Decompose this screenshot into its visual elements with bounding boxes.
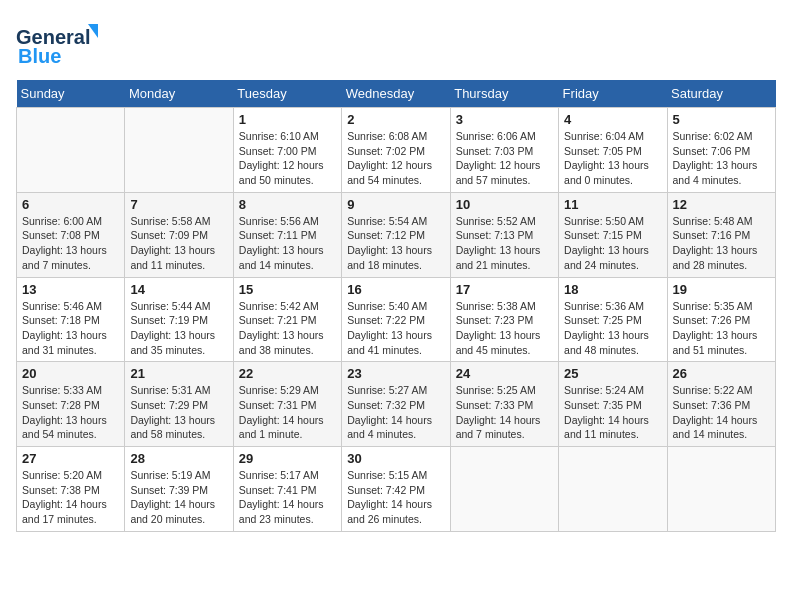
day-number: 9 [347,197,444,212]
day-number: 27 [22,451,119,466]
calendar-cell: 21Sunrise: 5:31 AM Sunset: 7:29 PM Dayli… [125,362,233,447]
day-number: 17 [456,282,553,297]
day-detail: Sunrise: 5:38 AM Sunset: 7:23 PM Dayligh… [456,299,553,358]
day-detail: Sunrise: 6:08 AM Sunset: 7:02 PM Dayligh… [347,129,444,188]
day-header-monday: Monday [125,80,233,108]
day-number: 15 [239,282,336,297]
day-number: 8 [239,197,336,212]
day-detail: Sunrise: 6:04 AM Sunset: 7:05 PM Dayligh… [564,129,661,188]
calendar-cell: 8Sunrise: 5:56 AM Sunset: 7:11 PM Daylig… [233,192,341,277]
calendar-week-2: 6Sunrise: 6:00 AM Sunset: 7:08 PM Daylig… [17,192,776,277]
day-detail: Sunrise: 5:46 AM Sunset: 7:18 PM Dayligh… [22,299,119,358]
calendar-week-5: 27Sunrise: 5:20 AM Sunset: 7:38 PM Dayli… [17,447,776,532]
svg-text:General: General [16,26,90,48]
calendar-cell [667,447,775,532]
day-number: 13 [22,282,119,297]
day-detail: Sunrise: 5:20 AM Sunset: 7:38 PM Dayligh… [22,468,119,527]
day-detail: Sunrise: 6:10 AM Sunset: 7:00 PM Dayligh… [239,129,336,188]
calendar-cell [559,447,667,532]
day-detail: Sunrise: 5:54 AM Sunset: 7:12 PM Dayligh… [347,214,444,273]
calendar-cell [450,447,558,532]
day-number: 30 [347,451,444,466]
day-detail: Sunrise: 5:44 AM Sunset: 7:19 PM Dayligh… [130,299,227,358]
calendar-cell: 1Sunrise: 6:10 AM Sunset: 7:00 PM Daylig… [233,108,341,193]
day-detail: Sunrise: 5:48 AM Sunset: 7:16 PM Dayligh… [673,214,770,273]
day-detail: Sunrise: 5:29 AM Sunset: 7:31 PM Dayligh… [239,383,336,442]
day-detail: Sunrise: 5:27 AM Sunset: 7:32 PM Dayligh… [347,383,444,442]
day-number: 25 [564,366,661,381]
logo: General Blue [16,16,106,72]
day-header-sunday: Sunday [17,80,125,108]
day-detail: Sunrise: 5:31 AM Sunset: 7:29 PM Dayligh… [130,383,227,442]
page-header: General Blue [16,16,776,72]
day-number: 24 [456,366,553,381]
calendar-cell: 9Sunrise: 5:54 AM Sunset: 7:12 PM Daylig… [342,192,450,277]
day-header-saturday: Saturday [667,80,775,108]
calendar-cell: 2Sunrise: 6:08 AM Sunset: 7:02 PM Daylig… [342,108,450,193]
day-number: 19 [673,282,770,297]
calendar-week-3: 13Sunrise: 5:46 AM Sunset: 7:18 PM Dayli… [17,277,776,362]
day-number: 21 [130,366,227,381]
day-number: 5 [673,112,770,127]
calendar-cell: 22Sunrise: 5:29 AM Sunset: 7:31 PM Dayli… [233,362,341,447]
calendar-table: SundayMondayTuesdayWednesdayThursdayFrid… [16,80,776,532]
calendar-cell: 30Sunrise: 5:15 AM Sunset: 7:42 PM Dayli… [342,447,450,532]
calendar-cell: 7Sunrise: 5:58 AM Sunset: 7:09 PM Daylig… [125,192,233,277]
day-number: 3 [456,112,553,127]
svg-text:Blue: Blue [18,48,61,67]
day-number: 12 [673,197,770,212]
day-number: 4 [564,112,661,127]
day-number: 14 [130,282,227,297]
day-number: 11 [564,197,661,212]
calendar-cell: 28Sunrise: 5:19 AM Sunset: 7:39 PM Dayli… [125,447,233,532]
day-header-friday: Friday [559,80,667,108]
calendar-cell: 18Sunrise: 5:36 AM Sunset: 7:25 PM Dayli… [559,277,667,362]
day-header-thursday: Thursday [450,80,558,108]
day-number: 29 [239,451,336,466]
day-number: 16 [347,282,444,297]
calendar-body: 1Sunrise: 6:10 AM Sunset: 7:00 PM Daylig… [17,108,776,532]
day-number: 20 [22,366,119,381]
calendar-header-row: SundayMondayTuesdayWednesdayThursdayFrid… [17,80,776,108]
day-number: 2 [347,112,444,127]
day-header-wednesday: Wednesday [342,80,450,108]
day-detail: Sunrise: 5:33 AM Sunset: 7:28 PM Dayligh… [22,383,119,442]
calendar-week-4: 20Sunrise: 5:33 AM Sunset: 7:28 PM Dayli… [17,362,776,447]
day-detail: Sunrise: 5:24 AM Sunset: 7:35 PM Dayligh… [564,383,661,442]
day-number: 26 [673,366,770,381]
calendar-cell: 25Sunrise: 5:24 AM Sunset: 7:35 PM Dayli… [559,362,667,447]
day-detail: Sunrise: 5:40 AM Sunset: 7:22 PM Dayligh… [347,299,444,358]
calendar-cell [125,108,233,193]
day-number: 28 [130,451,227,466]
day-number: 22 [239,366,336,381]
calendar-cell: 27Sunrise: 5:20 AM Sunset: 7:38 PM Dayli… [17,447,125,532]
day-detail: Sunrise: 5:52 AM Sunset: 7:13 PM Dayligh… [456,214,553,273]
calendar-cell: 5Sunrise: 6:02 AM Sunset: 7:06 PM Daylig… [667,108,775,193]
day-detail: Sunrise: 5:22 AM Sunset: 7:36 PM Dayligh… [673,383,770,442]
calendar-cell: 14Sunrise: 5:44 AM Sunset: 7:19 PM Dayli… [125,277,233,362]
calendar-cell: 6Sunrise: 6:00 AM Sunset: 7:08 PM Daylig… [17,192,125,277]
day-detail: Sunrise: 5:35 AM Sunset: 7:26 PM Dayligh… [673,299,770,358]
calendar-cell: 4Sunrise: 6:04 AM Sunset: 7:05 PM Daylig… [559,108,667,193]
calendar-cell: 15Sunrise: 5:42 AM Sunset: 7:21 PM Dayli… [233,277,341,362]
calendar-cell: 19Sunrise: 5:35 AM Sunset: 7:26 PM Dayli… [667,277,775,362]
day-header-tuesday: Tuesday [233,80,341,108]
day-detail: Sunrise: 5:56 AM Sunset: 7:11 PM Dayligh… [239,214,336,273]
calendar-cell: 12Sunrise: 5:48 AM Sunset: 7:16 PM Dayli… [667,192,775,277]
day-number: 23 [347,366,444,381]
day-number: 10 [456,197,553,212]
calendar-cell: 17Sunrise: 5:38 AM Sunset: 7:23 PM Dayli… [450,277,558,362]
calendar-cell: 24Sunrise: 5:25 AM Sunset: 7:33 PM Dayli… [450,362,558,447]
calendar-cell: 3Sunrise: 6:06 AM Sunset: 7:03 PM Daylig… [450,108,558,193]
calendar-cell [17,108,125,193]
day-detail: Sunrise: 5:36 AM Sunset: 7:25 PM Dayligh… [564,299,661,358]
day-detail: Sunrise: 5:25 AM Sunset: 7:33 PM Dayligh… [456,383,553,442]
day-detail: Sunrise: 6:02 AM Sunset: 7:06 PM Dayligh… [673,129,770,188]
calendar-cell: 23Sunrise: 5:27 AM Sunset: 7:32 PM Dayli… [342,362,450,447]
calendar-cell: 10Sunrise: 5:52 AM Sunset: 7:13 PM Dayli… [450,192,558,277]
calendar-cell: 11Sunrise: 5:50 AM Sunset: 7:15 PM Dayli… [559,192,667,277]
day-detail: Sunrise: 6:00 AM Sunset: 7:08 PM Dayligh… [22,214,119,273]
day-detail: Sunrise: 5:50 AM Sunset: 7:15 PM Dayligh… [564,214,661,273]
day-detail: Sunrise: 5:58 AM Sunset: 7:09 PM Dayligh… [130,214,227,273]
calendar-cell: 20Sunrise: 5:33 AM Sunset: 7:28 PM Dayli… [17,362,125,447]
